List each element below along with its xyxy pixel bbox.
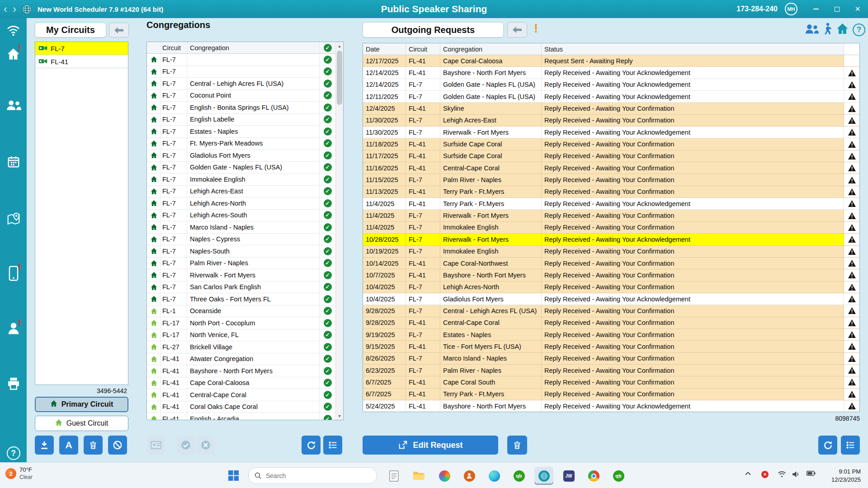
primary-circuit-button[interactable]: Primary Circuit	[35, 397, 128, 412]
mobile-phone-icon[interactable]	[0, 266, 27, 281]
table-row[interactable]: 9/19/2025FL-7Estates - NaplesReply Recei…	[363, 329, 859, 341]
delete-button[interactable]	[84, 436, 103, 455]
table-row[interactable]: FL-7Lehigh Acres-South✓	[147, 210, 335, 222]
start-button[interactable]	[228, 470, 239, 483]
requests-refresh-button[interactable]	[818, 436, 837, 455]
taskbar-app-jw-library[interactable]: JW	[559, 467, 578, 485]
table-row[interactable]: FL-27Brickell Village✓	[147, 341, 335, 353]
table-row[interactable]: FL-7Gladiolus Fort Myers✓	[147, 150, 335, 162]
table-row[interactable]: 6/23/2025FL-7Palm River - NaplesReply Re…	[363, 365, 859, 376]
table-row[interactable]: 12/11/2025FL-7Golden Gate - Naples FL (U…	[363, 91, 859, 103]
table-row[interactable]: 9/28/2025FL-41Central-Cape CoralReply Re…	[363, 317, 859, 329]
table-row[interactable]: 11/18/2025FL-41Surfside Cape CoralReply …	[363, 138, 859, 150]
column-header-date[interactable]: Date	[363, 43, 406, 55]
table-row[interactable]: 9/15/2025FL-41Tice - Fort Myers FL (USA)…	[363, 341, 859, 352]
tray-alert-icon[interactable]: ✕	[761, 471, 769, 478]
taskbar-search[interactable]	[248, 467, 377, 484]
column-header-circuit[interactable]: Circuit	[406, 43, 440, 55]
table-row[interactable]: 10/14/2025FL-41Cape Coral-NorthwestReply…	[363, 258, 859, 269]
edit-request-button[interactable]: Edit Request	[363, 436, 498, 455]
taskbar-app-people[interactable]	[460, 467, 479, 485]
table-row[interactable]: 11/4/2025FL-7Immokalee EnglishReply Rece…	[363, 222, 859, 234]
table-row[interactable]: FL-7Central - Lehigh Acres FL (USA)✓	[147, 78, 335, 90]
table-row[interactable]: 9/28/2025FL-7Central - Lehigh Acres FL (…	[363, 305, 859, 317]
table-row[interactable]: 11/30/2025FL-7Riverwalk - Fort MyersRepl…	[363, 127, 859, 138]
help-icon[interactable]: ?	[853, 23, 865, 36]
table-row[interactable]: FL-17North Venice, FL✓	[147, 329, 335, 342]
table-row[interactable]: 6/7/2025FL-41Cape Coral SouthReply Recei…	[363, 376, 859, 388]
circuit-list-item[interactable]: FL-7	[35, 42, 128, 55]
table-row[interactable]: 11/4/2025FL-7Riverwalk - Fort MyersReply…	[363, 210, 859, 221]
table-row[interactable]: 12/4/2025FL-41SkylineReply Received - Aw…	[363, 103, 859, 114]
calendar-icon[interactable]	[0, 155, 27, 169]
person-icon[interactable]	[0, 322, 27, 335]
taskbar-app-quickbooks-2[interactable]: qb	[609, 467, 628, 485]
taskbar-app-quickbooks[interactable]: qb	[509, 467, 528, 485]
maximize-button[interactable]	[826, 0, 847, 18]
column-header-circuit[interactable]: Circuit	[160, 42, 187, 53]
table-row[interactable]: FL-7Golden Gate - Naples FL (USA)✓	[147, 162, 335, 174]
table-row[interactable]: FL-7Coconut Point✓	[147, 90, 335, 102]
table-row[interactable]: 10/4/2025FL-7Lehigh Acres-NorthReply Rec…	[363, 282, 859, 293]
table-row[interactable]: 11/13/2025FL-41Terry Park - Ft.MyersRepl…	[363, 186, 859, 198]
table-row[interactable]: 5/24/2025FL-41Bayshore - North Fort Myer…	[363, 400, 859, 412]
column-header-check[interactable]: ✓	[319, 42, 335, 53]
table-row[interactable]: 10/7/2025FL-41Bayshore - North Fort Myer…	[363, 269, 859, 281]
column-header-congregation[interactable]: Congregation	[440, 43, 542, 55]
home-icon[interactable]	[0, 47, 27, 61]
import-button[interactable]	[35, 436, 54, 455]
column-header-status[interactable]: Status	[542, 43, 844, 55]
table-row[interactable]: FL-41Cape Coral-Caloosa✓	[147, 377, 335, 389]
map-location-icon[interactable]	[0, 211, 27, 226]
printer-icon[interactable]	[0, 377, 27, 390]
scroll-up-icon[interactable]: ▲	[336, 42, 343, 50]
block-button[interactable]	[108, 436, 127, 455]
table-row[interactable]: FL-41Bayshore - North Fort Myers✓	[147, 365, 335, 377]
table-row[interactable]: FL-7Lehigh Acres-North✓	[147, 197, 335, 210]
congregations-refresh-button[interactable]	[302, 436, 321, 455]
table-row[interactable]: 6/7/2025FL-41Terry Park - Ft.MyersReply …	[363, 389, 859, 400]
table-row[interactable]: FL-7Naples-South✓	[147, 245, 335, 258]
taskbar-app-file-explorer[interactable]	[409, 467, 428, 485]
taskbar-app-notepad[interactable]	[384, 467, 403, 485]
table-row[interactable]: FL-7Ft. Myers-Park Meadows✓	[147, 138, 335, 150]
table-row[interactable]: FL-7Three Oaks - Fort Myers FL✓	[147, 293, 335, 305]
taskbar-app-new-world-scheduler[interactable]	[534, 467, 553, 485]
user-avatar[interactable]: MH	[785, 3, 797, 15]
table-row[interactable]: 11/17/2025FL-41Surfside Cape CoralReply …	[363, 150, 859, 162]
taskbar-app-chrome[interactable]	[584, 467, 603, 485]
table-row[interactable]: FL-7San Carlos Park English✓	[147, 282, 335, 294]
speakers-icon[interactable]	[804, 23, 819, 37]
tray-battery-icon[interactable]	[807, 471, 816, 476]
table-row[interactable]: FL-1Oceanside✓	[147, 305, 335, 318]
table-row[interactable]: 12/14/2025FL-41Bayshore - North Fort Mye…	[363, 67, 859, 79]
tray-chevron-up-icon[interactable]	[745, 471, 751, 476]
tray-volume-icon[interactable]	[792, 471, 800, 478]
table-row[interactable]: FL-7✓	[147, 66, 335, 78]
scrollbar[interactable]: ▲ ▼	[335, 42, 343, 420]
table-row[interactable]: FL-7Palm River - Naples✓	[147, 258, 335, 270]
table-row[interactable]: 10/28/2025FL-7Riverwalk - Fort MyersRepl…	[363, 234, 859, 245]
requests-back-button[interactable]	[507, 22, 527, 38]
home-congregation-icon[interactable]	[836, 22, 849, 37]
table-row[interactable]: 11/15/2025FL-7Palm River - NaplesReply R…	[363, 174, 859, 186]
table-row[interactable]: FL-7Riverwalk - Fort Myers✓	[147, 269, 335, 282]
weather-widget[interactable]: 2 70°F Clear	[5, 466, 33, 481]
table-row[interactable]: 11/30/2025FL-7Lehigh Acres-EastReply Rec…	[363, 115, 859, 127]
congregations-list-button[interactable]	[323, 436, 342, 455]
table-row[interactable]: FL-7Lehigh Acres-East✓	[147, 186, 335, 198]
table-row[interactable]: 12/14/2025FL-7Golden Gate - Naples FL (U…	[363, 79, 859, 91]
table-row[interactable]: FL-41Coral Oaks Cape Coral✓	[147, 401, 335, 413]
table-row[interactable]: FL-7English - Bonita Springs FL (USA)✓	[147, 102, 335, 114]
table-row[interactable]: 11/4/2025FL-41Terry Park - Ft.MyersReply…	[363, 198, 859, 210]
table-row[interactable]: FL-7Naples - Cypress✓	[147, 234, 335, 246]
auto-assign-button[interactable]: A	[59, 436, 78, 455]
table-row[interactable]: 10/19/2025FL-7Immokalee EnglishReply Rec…	[363, 246, 859, 258]
people-icon[interactable]	[0, 99, 27, 111]
scrollbar-thumb[interactable]	[337, 51, 342, 105]
delete-request-button[interactable]	[507, 436, 527, 455]
taskbar-app-edge[interactable]	[485, 467, 504, 485]
requests-list-button[interactable]	[841, 436, 860, 455]
table-row[interactable]: 8/26/2025FL-7Marco Island - NaplesReply …	[363, 353, 859, 365]
table-row[interactable]: FL-7Immokalee English✓	[147, 174, 335, 186]
